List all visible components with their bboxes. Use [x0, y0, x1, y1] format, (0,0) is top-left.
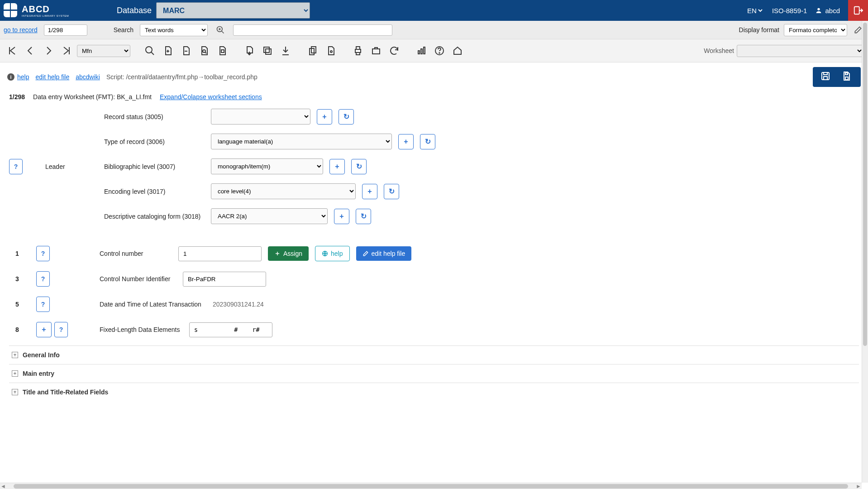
record-info-line: 1/298 Data entry Worksheet (FMT): BK_a_L…	[0, 91, 868, 105]
tools-button[interactable]	[368, 43, 384, 58]
stats-button[interactable]	[414, 43, 429, 58]
language-select[interactable]: EN	[745, 6, 764, 15]
refresh-3007-button[interactable]: ↻	[351, 159, 367, 174]
save-file-button[interactable]	[841, 71, 854, 83]
help-field-8-button[interactable]: ?	[54, 322, 68, 337]
vertical-scrollbar[interactable]	[862, 21, 868, 406]
input-control-number-identifier[interactable]	[183, 272, 266, 287]
user-chip[interactable]: abcd	[815, 7, 840, 14]
file-settings-button[interactable]	[323, 43, 339, 58]
home-button[interactable]	[450, 43, 465, 58]
help-link[interactable]: help	[17, 73, 29, 81]
row-3005: Record status (3005) + ↻	[104, 109, 859, 125]
advanced-search-button[interactable]	[214, 24, 227, 36]
select-3006[interactable]: language material(a)	[211, 134, 392, 149]
mfn-select[interactable]: Mfn	[77, 45, 130, 57]
worksheet-select[interactable]	[737, 45, 863, 57]
file-minus-icon	[181, 45, 191, 56]
refresh-3005-button[interactable]: ↻	[339, 109, 354, 125]
svg-rect-31	[824, 72, 827, 75]
last-record-button[interactable]	[59, 43, 74, 58]
edit-icon	[854, 25, 863, 34]
assign-button[interactable]: Assign	[268, 246, 309, 261]
new-record-button[interactable]	[160, 43, 176, 58]
charset-label: ISO-8859-1	[772, 7, 807, 14]
select-3017[interactable]: core level(4)	[211, 183, 356, 199]
add-3005-button[interactable]: +	[317, 109, 332, 125]
svg-line-3	[222, 31, 224, 34]
help-button[interactable]	[432, 43, 447, 58]
worksheet-name: Data entry Worksheet (FMT): BK_a_LI.fmt	[33, 93, 152, 101]
leader-help-button[interactable]: ?	[9, 159, 23, 174]
field-help-button[interactable]: help	[315, 246, 349, 261]
add-3017-button[interactable]: +	[362, 184, 377, 199]
row-field-1: 1 ? Control number Assign help edit help…	[9, 246, 859, 261]
refresh-button[interactable]	[386, 43, 402, 58]
label-field-5: Date and Time of Latest Transaction	[100, 301, 204, 308]
script-path: Script: /central/dataentry/fmt.php→toolb…	[106, 73, 258, 81]
label-3018: Descriptive cataloging form (3018)	[104, 213, 205, 220]
logout-button[interactable]	[848, 0, 868, 21]
add-3006-button[interactable]: +	[398, 134, 414, 149]
search-type-select[interactable]: Text words	[140, 24, 208, 36]
view-record-button[interactable]	[215, 43, 230, 58]
expand-sections-link[interactable]: Expand/Colapse worksheet sections	[160, 93, 262, 101]
add-3007-button[interactable]: +	[329, 159, 345, 174]
file-cog-icon	[325, 45, 336, 56]
section-title-related[interactable]: + Title and Title-Related Fields	[9, 383, 859, 401]
svg-rect-21	[355, 49, 361, 53]
svg-point-0	[818, 8, 820, 10]
svg-rect-17	[264, 47, 269, 53]
tag-1: 1	[9, 250, 36, 257]
input-control-number[interactable]	[178, 246, 262, 261]
first-record-button[interactable]	[5, 43, 20, 58]
delete-record-button[interactable]	[178, 43, 194, 58]
value-field-5: 202309031241.24	[210, 301, 264, 308]
plus-icon	[274, 250, 281, 257]
section-main-entry[interactable]: + Main entry	[9, 364, 859, 383]
refresh-icon	[389, 45, 400, 56]
display-format-select[interactable]: Formato completo	[784, 24, 847, 36]
abcdwiki-link[interactable]: abcdwiki	[76, 73, 100, 81]
select-3018[interactable]: AACR 2(a)	[211, 208, 328, 224]
assign-label: Assign	[283, 250, 302, 257]
add-3018-button[interactable]: +	[334, 209, 349, 224]
next-record-button[interactable]	[41, 43, 56, 58]
browse-records-button[interactable]	[196, 43, 212, 58]
chart-icon	[416, 45, 427, 56]
refresh-3006-button[interactable]: ↻	[420, 134, 435, 149]
expand-icon: +	[12, 370, 18, 377]
download-button[interactable]	[278, 43, 293, 58]
refresh-3018-button[interactable]: ↻	[356, 209, 371, 224]
add-field-8-button[interactable]: +	[36, 322, 52, 337]
input-fixed-length-data[interactable]	[189, 322, 272, 337]
database-select[interactable]: MARC	[156, 2, 310, 19]
save-file-icon	[841, 71, 852, 82]
label-field-8: Fixed-Length Data Elements	[100, 326, 183, 333]
import-button[interactable]	[242, 43, 257, 58]
select-3005[interactable]	[211, 109, 310, 125]
help-field-5-button[interactable]: ?	[36, 297, 50, 312]
download-icon	[280, 45, 291, 56]
edit-help-file-link[interactable]: edit help file	[35, 73, 69, 81]
expand-icon: +	[12, 352, 18, 358]
svg-rect-22	[356, 47, 360, 49]
goto-record-input[interactable]	[44, 24, 87, 36]
help-field-1-button[interactable]: ?	[36, 246, 50, 261]
field-edit-help-button[interactable]: edit help file	[356, 246, 412, 261]
print-button[interactable]	[350, 43, 366, 58]
database-label: Database	[117, 6, 152, 15]
duplicate-button[interactable]	[305, 43, 320, 58]
save-button[interactable]	[820, 71, 833, 83]
search-button[interactable]	[142, 43, 157, 58]
search-input[interactable]	[233, 24, 392, 36]
prev-record-button[interactable]	[23, 43, 38, 58]
search-label: Search	[114, 26, 134, 34]
select-3007[interactable]: monograph/item(m)	[211, 158, 323, 174]
help-field-3-button[interactable]: ?	[36, 271, 50, 287]
goto-record-link[interactable]: go to record	[4, 26, 38, 34]
section-general-info[interactable]: + General Info	[9, 346, 859, 364]
copy-button[interactable]	[260, 43, 275, 58]
svg-rect-25	[418, 51, 420, 54]
refresh-3017-button[interactable]: ↻	[384, 184, 399, 199]
